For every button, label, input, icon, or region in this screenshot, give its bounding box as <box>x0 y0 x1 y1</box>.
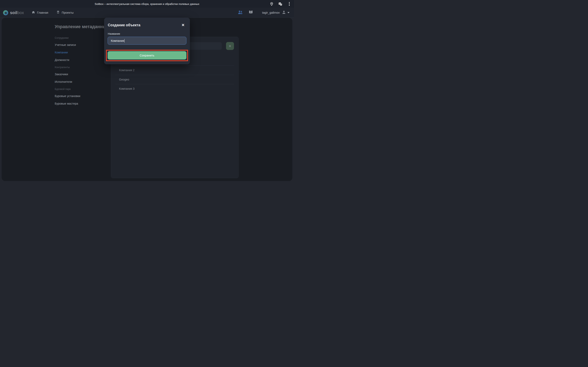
users-settings-icon[interactable] <box>238 9 243 16</box>
brand-text: soilbox <box>10 10 24 15</box>
sidebar-item-contractors[interactable]: Исполнители <box>55 80 103 83</box>
nav-item-home-label: Главная <box>37 11 48 14</box>
person-icon[interactable] <box>282 10 286 15</box>
object-name-input[interactable]: Компания <box>108 37 186 45</box>
companies-list: Компания 2 Geogeo Компания 3 <box>115 66 234 93</box>
text-caret <box>124 39 125 43</box>
location-pin-icon[interactable] <box>270 2 274 6</box>
list-item-geogeo[interactable]: Geogeo <box>115 75 234 84</box>
chevron-down-icon[interactable] <box>287 12 290 13</box>
save-button[interactable]: Сохранить <box>108 51 186 59</box>
navbar-right: tagir_galimov <box>238 9 290 16</box>
metadata-sidebar: Сотрудники Учетные записи Компании Должн… <box>55 36 103 109</box>
nav-item-home[interactable]: Главная <box>32 11 48 15</box>
sidebar-item-positions[interactable]: Должности <box>55 58 103 62</box>
home-icon <box>32 11 35 15</box>
list-item-company-2[interactable]: Компания 2 <box>115 66 234 75</box>
brand-text-bold: soil <box>10 10 17 15</box>
system-bar-icons: G <box>270 0 291 8</box>
database-icon <box>56 11 60 15</box>
sidebar-item-companies[interactable]: Компании <box>55 50 103 54</box>
sidebar-item-drilling-rigs[interactable]: Буровые установки <box>55 94 103 98</box>
create-object-modal: Создание объекта ✕ Название Компания Сох… <box>104 18 190 64</box>
book-icon[interactable] <box>249 10 253 16</box>
system-bar: Soilbox – интеллектуальная система сбора… <box>0 0 294 8</box>
username[interactable]: tagir_galimov <box>262 11 280 14</box>
sidebar-section-title: Контрагенты <box>55 66 103 69</box>
page-title: Управление метаданными <box>55 24 112 29</box>
brand-text-light: box <box>17 10 24 15</box>
sidebar-item-drilling-masters[interactable]: Буровые мастера <box>55 102 103 105</box>
name-field-label: Название <box>108 32 120 35</box>
modal-title: Создание объекта <box>108 23 140 27</box>
sidebar-item-customers[interactable]: Заказчики <box>55 72 103 76</box>
sidebar-section-counterparties: Контрагенты Заказчики Исполнители <box>55 66 103 83</box>
brand-logo[interactable]: soilbox <box>3 10 24 15</box>
navbar: soilbox Главная Проекты <box>0 8 294 18</box>
add-company-button[interactable]: + <box>226 42 234 50</box>
object-name-value: Компания <box>111 39 124 42</box>
list-item-company-3[interactable]: Компания 3 <box>115 84 234 93</box>
kebab-menu-icon[interactable] <box>287 2 291 6</box>
sidebar-section-employees: Сотрудники Учетные записи Компании Должн… <box>55 36 103 62</box>
sidebar-section-title: Сотрудники <box>55 36 103 40</box>
sidebar-section-title: Буровой парк <box>55 87 103 91</box>
close-icon[interactable]: ✕ <box>182 23 185 27</box>
nav-item-projects-label: Проекты <box>62 11 73 14</box>
nav-item-projects[interactable]: Проекты <box>56 11 73 15</box>
sidebar-item-accounts[interactable]: Учетные записи <box>55 43 103 47</box>
translate-icon[interactable]: G <box>278 2 282 6</box>
system-bar-title: Soilbox – интеллектуальная система сбора… <box>95 2 199 6</box>
soilbox-spiral-icon <box>3 10 8 15</box>
sidebar-section-drilling-park: Буровой парк Буровые установки Буровые м… <box>55 87 103 105</box>
